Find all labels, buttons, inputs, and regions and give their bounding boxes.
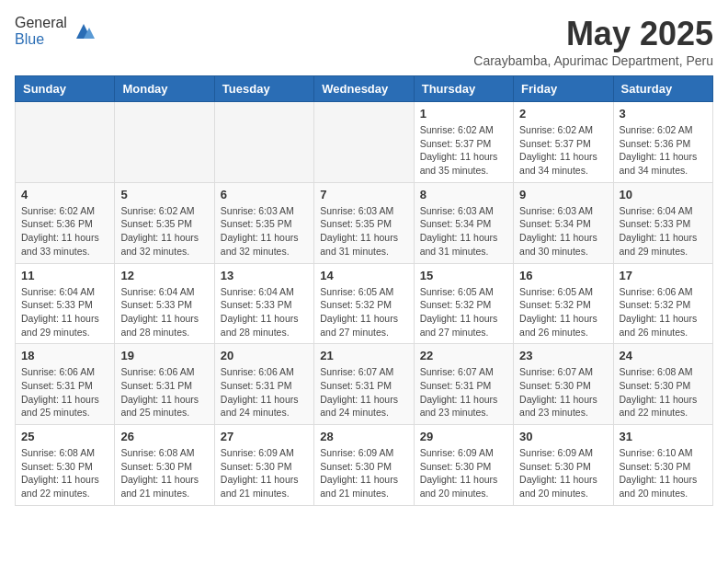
calendar-cell: 27Sunrise: 6:09 AM Sunset: 5:30 PM Dayli… <box>214 425 313 506</box>
day-info: Sunrise: 6:09 AM Sunset: 5:30 PM Dayligh… <box>221 446 308 500</box>
day-info: Sunrise: 6:03 AM Sunset: 5:35 PM Dayligh… <box>221 204 308 259</box>
day-number: 27 <box>221 430 308 443</box>
day-number: 4 <box>21 188 108 201</box>
day-info: Sunrise: 6:04 AM Sunset: 5:33 PM Dayligh… <box>620 204 707 259</box>
day-number: 31 <box>620 430 707 443</box>
weekday-header-monday: Monday <box>115 76 214 102</box>
calendar-cell: 11Sunrise: 6:04 AM Sunset: 5:33 PM Dayli… <box>16 263 115 344</box>
calendar-cell: 15Sunrise: 6:05 AM Sunset: 5:32 PM Dayli… <box>414 263 513 344</box>
day-info: Sunrise: 6:06 AM Sunset: 5:31 PM Dayligh… <box>120 365 208 419</box>
day-number: 22 <box>420 349 507 362</box>
calendar-cell: 12Sunrise: 6:04 AM Sunset: 5:33 PM Dayli… <box>115 263 214 344</box>
day-info: Sunrise: 6:08 AM Sunset: 5:30 PM Dayligh… <box>620 365 707 419</box>
logo: General Blue <box>15 15 98 48</box>
calendar-cell: 26Sunrise: 6:08 AM Sunset: 5:30 PM Dayli… <box>115 425 214 506</box>
weekday-header-sunday: Sunday <box>16 76 115 102</box>
weekday-header-row: SundayMondayTuesdayWednesdayThursdayFrid… <box>16 76 713 102</box>
day-info: Sunrise: 6:04 AM Sunset: 5:33 PM Dayligh… <box>120 285 208 339</box>
calendar-cell: 13Sunrise: 6:04 AM Sunset: 5:33 PM Dayli… <box>214 263 313 344</box>
day-info: Sunrise: 6:09 AM Sunset: 5:30 PM Dayligh… <box>519 446 607 500</box>
day-info: Sunrise: 6:09 AM Sunset: 5:30 PM Dayligh… <box>420 446 507 500</box>
day-info: Sunrise: 6:06 AM Sunset: 5:32 PM Dayligh… <box>620 285 707 339</box>
weekday-header-saturday: Saturday <box>613 76 712 102</box>
day-info: Sunrise: 6:04 AM Sunset: 5:33 PM Dayligh… <box>21 285 108 339</box>
week-row-4: 18Sunrise: 6:06 AM Sunset: 5:31 PM Dayli… <box>16 344 713 425</box>
day-number: 3 <box>620 107 707 121</box>
calendar-table: SundayMondayTuesdayWednesdayThursdayFrid… <box>15 75 713 506</box>
month-title: May 2025 <box>473 15 713 53</box>
day-number: 9 <box>519 188 607 201</box>
calendar-cell: 22Sunrise: 6:07 AM Sunset: 5:31 PM Dayli… <box>414 344 513 425</box>
weekday-header-tuesday: Tuesday <box>214 76 313 102</box>
day-info: Sunrise: 6:08 AM Sunset: 5:30 PM Dayligh… <box>120 446 208 500</box>
day-info: Sunrise: 6:02 AM Sunset: 5:37 PM Dayligh… <box>420 123 507 178</box>
calendar-cell: 29Sunrise: 6:09 AM Sunset: 5:30 PM Dayli… <box>414 425 513 506</box>
calendar-cell: 19Sunrise: 6:06 AM Sunset: 5:31 PM Dayli… <box>115 344 214 425</box>
day-info: Sunrise: 6:07 AM Sunset: 5:31 PM Dayligh… <box>320 365 407 419</box>
calendar-cell: 8Sunrise: 6:03 AM Sunset: 5:34 PM Daylig… <box>414 182 513 263</box>
day-info: Sunrise: 6:02 AM Sunset: 5:36 PM Dayligh… <box>620 123 707 178</box>
day-info: Sunrise: 6:10 AM Sunset: 5:30 PM Dayligh… <box>620 446 707 500</box>
day-info: Sunrise: 6:09 AM Sunset: 5:30 PM Dayligh… <box>320 446 407 500</box>
calendar-cell: 21Sunrise: 6:07 AM Sunset: 5:31 PM Dayli… <box>314 344 414 425</box>
day-number: 18 <box>21 349 108 362</box>
calendar-cell: 16Sunrise: 6:05 AM Sunset: 5:32 PM Dayli… <box>514 263 613 344</box>
calendar-cell <box>115 102 214 183</box>
calendar-cell: 5Sunrise: 6:02 AM Sunset: 5:35 PM Daylig… <box>115 182 214 263</box>
day-number: 23 <box>519 349 607 362</box>
calendar-cell: 17Sunrise: 6:06 AM Sunset: 5:32 PM Dayli… <box>613 263 712 344</box>
day-number: 11 <box>21 269 108 282</box>
day-number: 1 <box>420 107 507 121</box>
day-info: Sunrise: 6:07 AM Sunset: 5:30 PM Dayligh… <box>519 365 607 419</box>
day-number: 5 <box>120 188 208 201</box>
day-number: 21 <box>320 349 407 362</box>
day-number: 14 <box>320 269 407 282</box>
calendar-cell: 7Sunrise: 6:03 AM Sunset: 5:35 PM Daylig… <box>314 182 414 263</box>
day-info: Sunrise: 6:02 AM Sunset: 5:37 PM Dayligh… <box>519 123 607 178</box>
calendar-cell: 30Sunrise: 6:09 AM Sunset: 5:30 PM Dayli… <box>514 425 613 506</box>
calendar-cell: 14Sunrise: 6:05 AM Sunset: 5:32 PM Dayli… <box>314 263 414 344</box>
day-number: 13 <box>221 269 308 282</box>
calendar-cell: 31Sunrise: 6:10 AM Sunset: 5:30 PM Dayli… <box>613 425 712 506</box>
week-row-3: 11Sunrise: 6:04 AM Sunset: 5:33 PM Dayli… <box>16 263 713 344</box>
day-number: 30 <box>519 430 607 443</box>
calendar-cell: 10Sunrise: 6:04 AM Sunset: 5:33 PM Dayli… <box>613 182 712 263</box>
day-number: 10 <box>620 188 707 201</box>
weekday-header-thursday: Thursday <box>414 76 513 102</box>
day-number: 26 <box>120 430 208 443</box>
calendar-cell: 28Sunrise: 6:09 AM Sunset: 5:30 PM Dayli… <box>314 425 414 506</box>
calendar-cell: 1Sunrise: 6:02 AM Sunset: 5:37 PM Daylig… <box>414 102 513 183</box>
calendar-cell: 2Sunrise: 6:02 AM Sunset: 5:37 PM Daylig… <box>514 102 613 183</box>
day-number: 7 <box>320 188 407 201</box>
day-number: 2 <box>519 107 607 121</box>
calendar-cell <box>314 102 414 183</box>
day-number: 16 <box>519 269 607 282</box>
week-row-5: 25Sunrise: 6:08 AM Sunset: 5:30 PM Dayli… <box>16 425 713 506</box>
day-info: Sunrise: 6:08 AM Sunset: 5:30 PM Dayligh… <box>21 446 108 500</box>
day-number: 19 <box>120 349 208 362</box>
day-info: Sunrise: 6:03 AM Sunset: 5:34 PM Dayligh… <box>519 204 607 259</box>
day-info: Sunrise: 6:07 AM Sunset: 5:31 PM Dayligh… <box>420 365 507 419</box>
calendar-cell: 9Sunrise: 6:03 AM Sunset: 5:34 PM Daylig… <box>514 182 613 263</box>
location-title: Caraybamba, Apurimac Department, Peru <box>473 53 713 68</box>
calendar-cell: 4Sunrise: 6:02 AM Sunset: 5:36 PM Daylig… <box>16 182 115 263</box>
day-number: 20 <box>221 349 308 362</box>
day-info: Sunrise: 6:03 AM Sunset: 5:35 PM Dayligh… <box>320 204 407 259</box>
day-info: Sunrise: 6:05 AM Sunset: 5:32 PM Dayligh… <box>320 285 407 339</box>
day-info: Sunrise: 6:02 AM Sunset: 5:35 PM Dayligh… <box>120 204 208 259</box>
weekday-header-friday: Friday <box>514 76 613 102</box>
day-number: 6 <box>221 188 308 201</box>
logo-icon <box>69 20 98 42</box>
calendar-cell: 20Sunrise: 6:06 AM Sunset: 5:31 PM Dayli… <box>214 344 313 425</box>
calendar-cell <box>16 102 115 183</box>
title-block: May 2025 Caraybamba, Apurimac Department… <box>473 15 713 68</box>
calendar-cell: 23Sunrise: 6:07 AM Sunset: 5:30 PM Dayli… <box>514 344 613 425</box>
day-info: Sunrise: 6:02 AM Sunset: 5:36 PM Dayligh… <box>21 204 108 259</box>
calendar-cell: 3Sunrise: 6:02 AM Sunset: 5:36 PM Daylig… <box>613 102 712 183</box>
day-info: Sunrise: 6:06 AM Sunset: 5:31 PM Dayligh… <box>221 365 308 419</box>
day-info: Sunrise: 6:06 AM Sunset: 5:31 PM Dayligh… <box>21 365 108 419</box>
week-row-1: 1Sunrise: 6:02 AM Sunset: 5:37 PM Daylig… <box>16 102 713 183</box>
day-number: 28 <box>320 430 407 443</box>
day-info: Sunrise: 6:03 AM Sunset: 5:34 PM Dayligh… <box>420 204 507 259</box>
calendar-cell <box>214 102 313 183</box>
